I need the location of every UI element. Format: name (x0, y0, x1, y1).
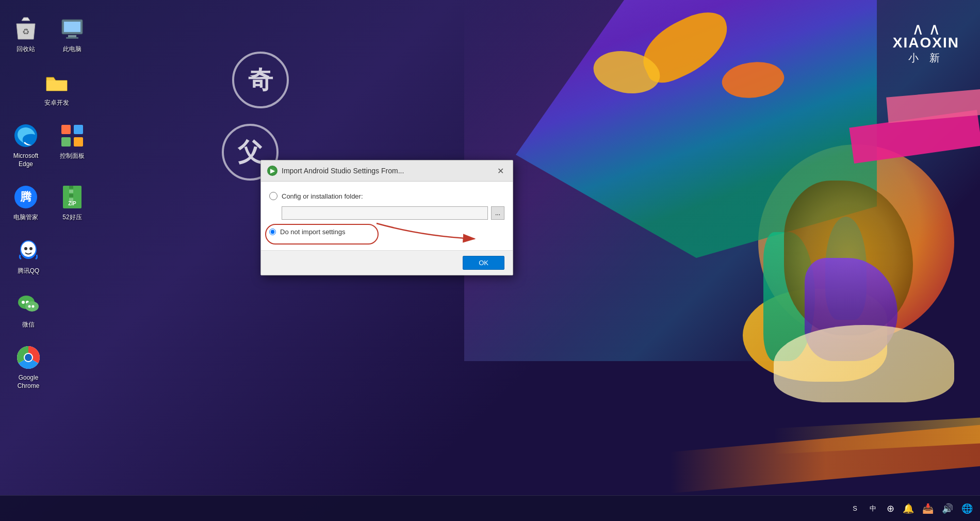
radio-option-config[interactable]: Config or installation folder: (269, 192, 504, 200)
config-input-row: ... (282, 206, 504, 220)
radio-noimport[interactable] (269, 229, 276, 235)
dialog-titlebar: ▶ Import Android Studio Settings From...… (261, 160, 513, 182)
android-studio-icon: ▶ (267, 166, 277, 176)
browse-button[interactable]: ... (491, 206, 504, 220)
ok-button[interactable]: OK (463, 256, 504, 270)
import-settings-dialog: ▶ Import Android Studio Settings From...… (260, 160, 513, 275)
radio-noimport-label: Do not import settings (280, 228, 345, 236)
radio-config-label: Config or installation folder: (282, 192, 363, 200)
dialog-footer: OK (261, 250, 513, 275)
dialog-title-left: ▶ Import Android Studio Settings From... (267, 166, 404, 176)
config-path-input[interactable] (282, 206, 488, 220)
do-not-import-row: Do not import settings (269, 228, 504, 236)
dialog-body: Config or installation folder: ... Do no… (261, 182, 513, 250)
dialog-title-text: Import Android Studio Settings From... (282, 167, 404, 175)
radio-config[interactable] (269, 192, 277, 200)
dialog-overlay: ▶ Import Android Studio Settings From...… (0, 0, 980, 521)
dialog-close-button[interactable]: ✕ (494, 165, 507, 177)
